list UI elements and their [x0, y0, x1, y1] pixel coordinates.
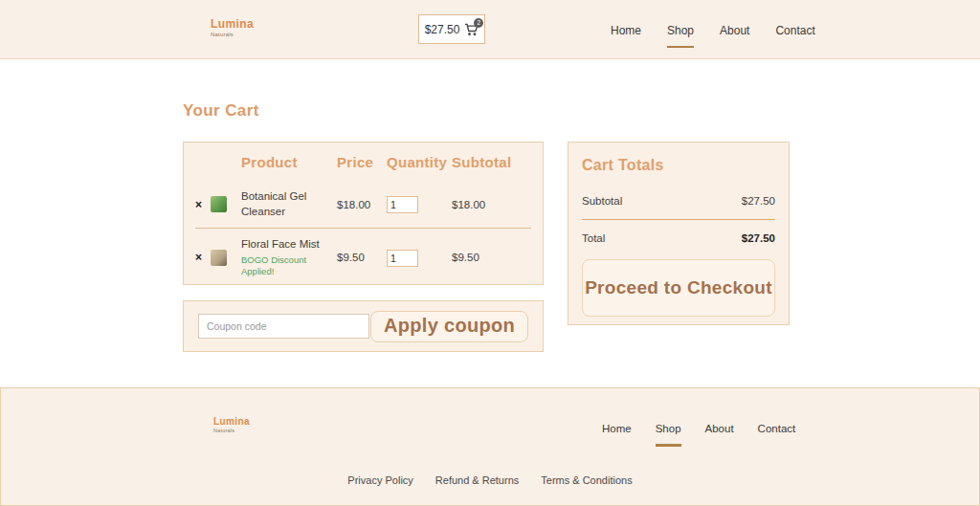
total-row: Total $27.50	[582, 232, 775, 244]
col-header-subtotal: Subtotal	[452, 154, 528, 170]
line-subtotal: $9.50	[452, 252, 528, 263]
header-nav: Home Shop About Contact	[611, 24, 815, 48]
cart-totals-panel: Cart Totals Subtotal $27.50 Total $27.50…	[568, 142, 790, 325]
nav-home[interactable]: Home	[611, 24, 641, 48]
quantity-input[interactable]	[387, 250, 418, 267]
brand-logo[interactable]: Lumina Naturals	[211, 18, 254, 37]
discount-note: BOGO Discount Applied!	[241, 254, 337, 278]
footer-nav-home[interactable]: Home	[602, 423, 632, 447]
nav-contact[interactable]: Contact	[775, 24, 814, 48]
col-header-quantity: Quantity	[387, 154, 452, 170]
quantity-input[interactable]	[387, 196, 418, 213]
site-header: Lumina Naturals $27.50 2 Home Shop About…	[0, 0, 980, 59]
footer-brand-logo[interactable]: Lumina Naturals	[213, 417, 250, 434]
mini-cart-total: $27.50	[425, 23, 460, 36]
brand-tagline: Naturals	[213, 429, 250, 434]
cart-page: Lumina Naturals $27.50 2 Home Shop About…	[0, 0, 980, 506]
total-label: Total	[582, 232, 605, 244]
proceed-to-checkout-button[interactable]: Proceed to Checkout	[582, 259, 775, 317]
cart-item-row: × Floral Face Mist BOGO Discount Applied…	[195, 228, 531, 286]
coupon-panel: Apply coupon	[183, 300, 544, 352]
remove-item-icon[interactable]: ×	[195, 198, 211, 211]
cart-totals-title: Cart Totals	[582, 157, 775, 174]
product-name[interactable]: Floral Face Mist	[241, 237, 337, 253]
footer-nav-shop[interactable]: Shop	[656, 423, 681, 447]
line-subtotal: $18.00	[452, 199, 528, 210]
mini-cart-button[interactable]: $27.50 2	[418, 14, 485, 44]
cart-count-badge: 2	[474, 18, 483, 28]
refund-returns-link[interactable]: Refund & Returns	[435, 474, 519, 486]
cart-table-header: Product Price Quantity Subtotal	[195, 143, 531, 181]
site-footer: Lumina Naturals Home Shop About Contact …	[0, 387, 980, 506]
col-header-price: Price	[337, 154, 387, 170]
product-thumbnail	[211, 250, 227, 266]
brand-name: Lumina	[211, 18, 254, 30]
coupon-code-input[interactable]	[198, 314, 369, 339]
footer-nav-about[interactable]: About	[705, 423, 734, 447]
apply-coupon-button[interactable]: Apply coupon	[370, 311, 528, 342]
product-price: $9.50	[337, 252, 387, 263]
footer-nav: Home Shop About Contact	[602, 423, 795, 447]
brand-tagline: Naturals	[211, 32, 254, 37]
totals-divider	[582, 219, 775, 220]
footer-nav-contact[interactable]: Contact	[758, 423, 796, 447]
col-header-product: Product	[241, 154, 337, 170]
total-value: $27.50	[742, 232, 775, 244]
subtotal-value: $27.50	[742, 195, 775, 207]
subtotal-row: Subtotal $27.50	[582, 195, 775, 207]
page-title: Your Cart	[183, 101, 259, 121]
remove-item-icon[interactable]: ×	[195, 251, 211, 264]
subtotal-label: Subtotal	[582, 195, 622, 207]
product-price: $18.00	[337, 199, 387, 210]
product-thumbnail	[211, 196, 227, 212]
cart-table-panel: Product Price Quantity Subtotal × Botani…	[183, 142, 544, 285]
nav-shop[interactable]: Shop	[667, 24, 694, 48]
cart-item-row: × Botanical Gel Cleanser $18.00 $18.00	[195, 181, 531, 228]
footer-links: Privacy Policy Refund & Returns Terms & …	[1, 474, 979, 486]
cart-icon: 2	[464, 23, 479, 36]
privacy-policy-link[interactable]: Privacy Policy	[347, 474, 412, 486]
product-name[interactable]: Botanical Gel Cleanser	[241, 189, 337, 219]
terms-conditions-link[interactable]: Terms & Conditions	[541, 474, 632, 486]
brand-name: Lumina	[213, 417, 250, 427]
nav-about[interactable]: About	[720, 24, 749, 48]
